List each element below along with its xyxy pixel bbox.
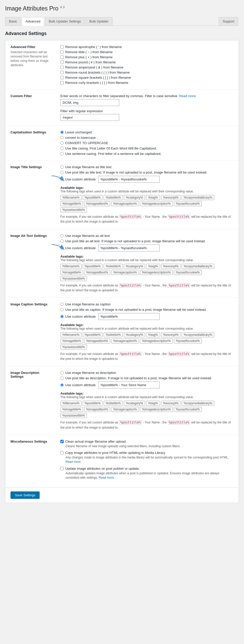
caption-tag-yoastfocuskw[interactable]: %yoastfocuskw% [174, 338, 202, 343]
desc-tags-example: For example, if you set custom attribute… [60, 420, 234, 430]
alt-tag-excerpt[interactable]: %excerpt% [161, 264, 181, 269]
desc-tag-imagetitle[interactable]: %imagetitle% [60, 407, 83, 412]
desc-tag-yoastfocuskw[interactable]: %yoastfocuskw% [174, 407, 202, 412]
clean-filename-checkbox[interactable] [60, 440, 64, 443]
alt-tag-imagealttext[interactable]: %imagealttext% [84, 270, 110, 275]
remove-tilde-checkbox[interactable] [60, 50, 64, 54]
tag-yoastseoittle[interactable]: %yoastseoittle% [60, 207, 87, 212]
alt-tag-sitetitle[interactable]: %sitetitle% [104, 264, 123, 269]
alt-tag-imagecaption[interactable]: %imagecaption% [111, 270, 139, 275]
caption-tag-copymedialibrary[interactable]: %copymedialibrary% [182, 332, 214, 337]
caption-tag-imagealttext[interactable]: %imagealttext% [84, 338, 110, 343]
desc-tag-category[interactable]: %category% [124, 401, 145, 406]
tab-bulk-updater[interactable]: Bulk Updater [85, 17, 112, 26]
caption-tag-excerpt[interactable]: %excerpt% [161, 332, 181, 337]
caption-tag-sitetitle[interactable]: %sitetitle% [104, 332, 123, 337]
caption-posttitle-row: Use post title as caption. If image is n… [60, 308, 234, 312]
alt-tag-category[interactable]: %category% [124, 264, 145, 269]
desc-filename-radio[interactable] [60, 371, 64, 374]
desc-tag-tag[interactable]: %tag% [146, 401, 160, 406]
copy-attributes-read-more[interactable]: Read more. [65, 460, 82, 464]
desc-tag-filename[interactable]: %filename% [60, 401, 82, 406]
alt-tag-copymedialibrary[interactable]: %copymedialibrary% [182, 264, 214, 269]
remove-round-brackets-checkbox[interactable] [60, 71, 64, 74]
cap-upper-radio[interactable] [60, 141, 64, 145]
remove-ampersand-checkbox[interactable] [60, 66, 64, 69]
alt-posttitle-radio[interactable] [60, 239, 64, 243]
regex-input[interactable] [60, 114, 119, 121]
desc-tag-imagealttext[interactable]: %imagealttext% [84, 407, 110, 412]
title-custom-input[interactable] [98, 176, 160, 183]
desc-tag-yoastseoittle[interactable]: %yoastseoittle% [60, 413, 87, 418]
tag-yoastfocuskw[interactable]: %yoastfocuskw% [174, 201, 202, 206]
desc-tag-copymedialibrary[interactable]: %copymedialibrary% [182, 401, 214, 406]
tag-imagedescription[interactable]: %imagedescription% [140, 201, 173, 206]
caption-tag-imagetitle[interactable]: %imagetitle% [60, 338, 83, 343]
desc-tag-imagedescription[interactable]: %imagedescription% [140, 407, 173, 412]
tag-filename[interactable]: %filename% [60, 195, 82, 200]
desc-custom-input[interactable] [98, 382, 160, 388]
remove-square-brackets-checkbox[interactable] [60, 76, 64, 79]
alt-tag-yoastseoittle[interactable]: %yoastseoittle% [60, 276, 87, 281]
alt-tag-filename[interactable]: %filename% [60, 264, 82, 269]
caption-tag-category[interactable]: %category% [124, 332, 145, 337]
alt-custom-input[interactable] [98, 245, 160, 251]
alt-tag-tag[interactable]: %tag% [146, 264, 160, 269]
desc-posttitle-radio[interactable] [60, 376, 64, 380]
caption-tag-yoastseoittle[interactable]: %yoastseoittle% [60, 344, 87, 350]
tag-copymedialibrary[interactable]: %copymedialibrary% [182, 195, 214, 200]
desc-tag-sitetitle[interactable]: %sitetitle% [104, 401, 123, 406]
cap-lower-radio[interactable] [60, 136, 64, 139]
tab-advanced[interactable]: Advanced [22, 17, 44, 26]
caption-custom-radio[interactable] [60, 315, 64, 318]
alt-tag-imagedescription[interactable]: %imagedescription% [140, 270, 173, 275]
remove-curly-brackets-checkbox[interactable] [60, 81, 64, 84]
tag-imagetitle[interactable]: %imagetitle% [60, 201, 83, 206]
tab-bulk-updater-settings[interactable]: Bulk Updater Settings [45, 17, 85, 26]
caption-tag-filename[interactable]: %filename% [60, 332, 82, 337]
caption-posttitle-radio[interactable] [60, 308, 64, 311]
desc-tags-row1: %filename% %posttitle% %sitetitle% %cate… [60, 401, 234, 406]
alt-tag-yoastfocuskw[interactable]: %yoastfocuskw% [174, 270, 202, 275]
cap-sentence-radio[interactable] [60, 152, 64, 155]
caption-tag-imagecaption[interactable]: %imagecaption% [111, 338, 139, 343]
tab-basic[interactable]: Basic [5, 17, 21, 26]
update-on-publish-read-more[interactable]: Read more. [99, 476, 115, 479]
tag-excerpt[interactable]: %excerpt% [161, 195, 181, 200]
title-filename-radio[interactable] [60, 165, 64, 169]
settings-card: Advanced Filter Selected characters will… [5, 40, 239, 503]
tag-imagecaption[interactable]: %imagecaption% [111, 201, 139, 206]
remove-pound-checkbox[interactable] [60, 61, 64, 64]
caption-filename-radio[interactable] [60, 303, 64, 306]
title-tags-row2: %imagetitle% %imagealttext% %imagecaptio… [60, 201, 234, 206]
desc-tag-posttitle[interactable]: %posttitle% [83, 401, 103, 406]
desc-tag-imagecaption[interactable]: %imagecaption% [111, 407, 139, 412]
caption-tag-posttitle[interactable]: %posttitle% [83, 332, 103, 337]
tag-posttitle[interactable]: %posttitle% [83, 195, 103, 200]
title-posttitle-radio[interactable] [60, 171, 64, 174]
clean-filename-row: Clean actual image filename after upload… [60, 440, 234, 443]
caption-tag-imagedescription[interactable]: %imagedescription% [140, 338, 173, 343]
update-on-publish-checkbox[interactable] [60, 467, 64, 470]
cap-title-radio[interactable] [60, 147, 64, 150]
tab-support[interactable]: Support [219, 17, 238, 26]
tag-sitetitle[interactable]: %sitetitle% [104, 195, 123, 200]
tag-tag[interactable]: %tag% [146, 195, 160, 200]
custom-filter-read-more[interactable]: Read more. [179, 94, 197, 98]
desc-tag-excerpt[interactable]: %excerpt% [161, 401, 181, 406]
desc-custom-radio[interactable] [60, 383, 64, 387]
alt-tag-imagetitle[interactable]: %imagetitle% [60, 270, 83, 275]
cap-unchanged-radio[interactable] [60, 131, 64, 134]
caption-custom-input[interactable] [98, 313, 160, 320]
alt-tag-posttitle[interactable]: %posttitle% [83, 264, 103, 269]
custom-filter-input[interactable] [60, 99, 119, 106]
alt-filename-radio[interactable] [60, 234, 64, 237]
remove-apostrophe-checkbox[interactable] [60, 45, 64, 49]
tag-category[interactable]: %category% [124, 195, 145, 200]
copy-attributes-checkbox[interactable] [60, 451, 64, 454]
caption-tag-tag[interactable]: %tag% [146, 332, 160, 337]
save-settings-button[interactable]: Save Settings [10, 491, 40, 499]
tag-imagealttext[interactable]: %imagealttext% [84, 201, 110, 206]
remove-plus-checkbox[interactable] [60, 55, 64, 59]
desc-tags-label: Available tags: [60, 392, 234, 395]
